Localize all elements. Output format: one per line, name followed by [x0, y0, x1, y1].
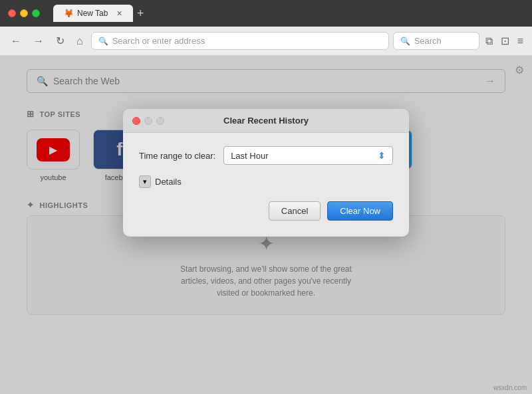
dialog-overlay: Clear Recent History Time range to clear… [0, 56, 532, 394]
traffic-lights [8, 9, 40, 17]
dialog-titlebar: Clear Recent History [123, 109, 409, 133]
tab-title: New Tab [77, 9, 108, 18]
close-button[interactable] [8, 9, 16, 17]
back-button[interactable]: ← [7, 33, 25, 50]
bookmarks-icon[interactable]: ⧉ [483, 33, 495, 49]
address-placeholder: Search or enter address [112, 36, 205, 46]
menu-icon[interactable]: ≡ [515, 33, 525, 49]
active-tab[interactable]: 🦊 New Tab ✕ [53, 5, 133, 22]
search-icon: 🔍 [400, 37, 410, 46]
toolbar-search-box[interactable]: 🔍 Search [393, 32, 479, 50]
select-arrows-icon: ⬍ [378, 150, 386, 161]
clear-now-button[interactable]: Clear Now [327, 201, 393, 221]
dialog-maximize-button [156, 117, 164, 125]
details-row: ▾ Details [139, 175, 393, 188]
address-search-icon: 🔍 [98, 37, 108, 46]
details-label: Details [155, 177, 182, 187]
minimize-button[interactable] [20, 9, 28, 17]
search-placeholder: Search [414, 36, 442, 46]
time-range-value: Last Hour [231, 151, 378, 161]
toolbar: ← → ↻ ⌂ 🔍 Search or enter address 🔍 Sear… [0, 27, 532, 56]
new-tab-button[interactable]: + [137, 7, 144, 21]
tab-close-icon[interactable]: ✕ [116, 9, 122, 18]
tab-favicon: 🦊 [64, 9, 73, 18]
address-bar[interactable]: 🔍 Search or enter address [91, 32, 389, 50]
new-tab-content: ⚙ 🔍 Search the Web → ⊞ TOP SITES ▶ youtu… [0, 56, 532, 394]
titlebar: 🦊 New Tab ✕ + [0, 0, 532, 27]
time-range-select[interactable]: Last Hour ⬍ [223, 146, 393, 165]
forward-button[interactable]: → [29, 33, 48, 50]
maximize-button[interactable] [32, 9, 40, 17]
reload-button[interactable]: ↻ [52, 32, 68, 50]
dialog-traffic-lights [132, 117, 164, 125]
clear-history-dialog: Clear Recent History Time range to clear… [123, 109, 409, 237]
dialog-minimize-button [144, 117, 152, 125]
dialog-body: Time range to clear: Last Hour ⬍ ▾ Detai… [123, 133, 409, 237]
reader-view-icon[interactable]: ⊡ [499, 33, 511, 49]
time-range-row: Time range to clear: Last Hour ⬍ [139, 146, 393, 165]
dialog-close-button[interactable] [132, 117, 140, 125]
dialog-title: Clear Recent History [223, 116, 309, 126]
home-button[interactable]: ⌂ [72, 33, 87, 50]
details-toggle-button[interactable]: ▾ [139, 175, 151, 188]
cancel-button[interactable]: Cancel [269, 201, 321, 221]
dialog-buttons: Cancel Clear Now [139, 201, 393, 223]
time-range-label: Time range to clear: [139, 151, 215, 161]
tab-bar: 🦊 New Tab ✕ + [53, 5, 524, 22]
